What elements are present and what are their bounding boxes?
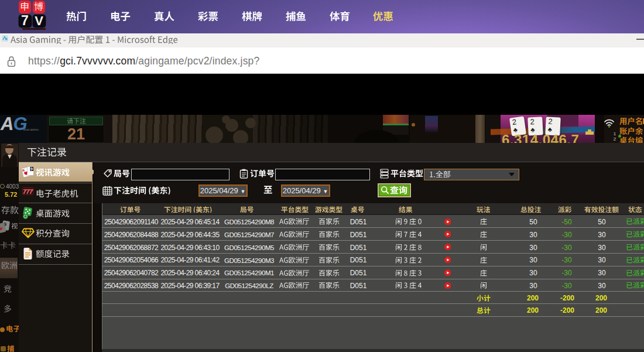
svg-text:9: 9 <box>30 167 33 171</box>
